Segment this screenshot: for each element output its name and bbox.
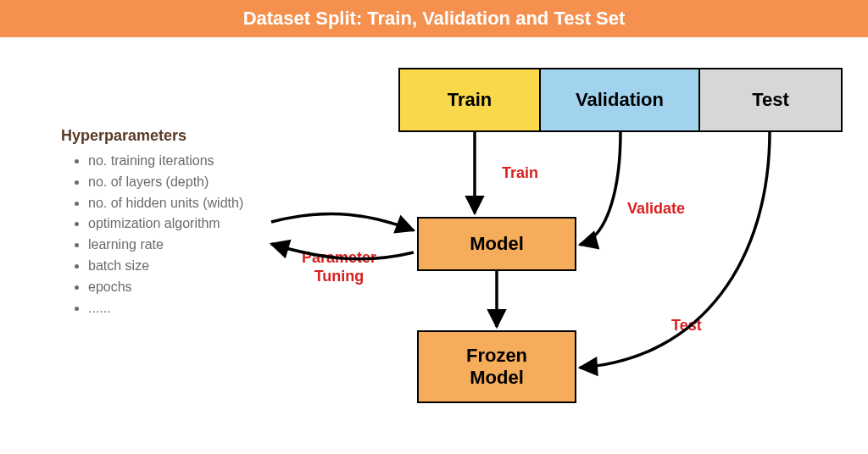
- split-test-label: Test: [752, 89, 789, 111]
- split-train-label: Train: [448, 89, 492, 111]
- diagram-canvas: Train Validation Test Model Frozen Model…: [0, 37, 868, 454]
- split-train-box: Train: [398, 68, 541, 132]
- arrow-validation-to-model: [580, 132, 620, 245]
- edge-label-train: Train: [502, 164, 538, 182]
- split-validation-box: Validation: [541, 68, 700, 132]
- arrow-hyper-to-model: [271, 214, 414, 230]
- hyperparameters-title: Hyperparameters: [61, 127, 186, 145]
- list-item: no. of layers (depth): [88, 172, 243, 193]
- list-item: optimization algorithm: [88, 213, 243, 235]
- split-validation-label: Validation: [576, 89, 664, 111]
- list-item: no. training iterations: [88, 151, 243, 172]
- edge-label-tuning: Parameter Tuning: [302, 249, 376, 285]
- frozen-model-box: Frozen Model: [417, 330, 576, 403]
- page-title: Dataset Split: Train, Validation and Tes…: [243, 8, 626, 29]
- model-label: Model: [470, 233, 524, 255]
- list-item: epochs: [88, 277, 243, 298]
- edge-label-validate: Validate: [627, 200, 685, 218]
- list-item: no. of hidden units (width): [88, 193, 243, 214]
- frozen-model-label: Frozen Model: [466, 345, 527, 390]
- edge-label-test: Test: [671, 317, 702, 335]
- header-band: Dataset Split: Train, Validation and Tes…: [0, 0, 868, 37]
- list-item: batch size: [88, 256, 243, 277]
- list-item: ......: [88, 298, 243, 319]
- list-item: learning rate: [88, 235, 243, 256]
- model-box: Model: [417, 217, 576, 271]
- split-test-box: Test: [700, 68, 843, 132]
- hyperparameters-list: no. training iterations no. of layers (d…: [85, 151, 243, 318]
